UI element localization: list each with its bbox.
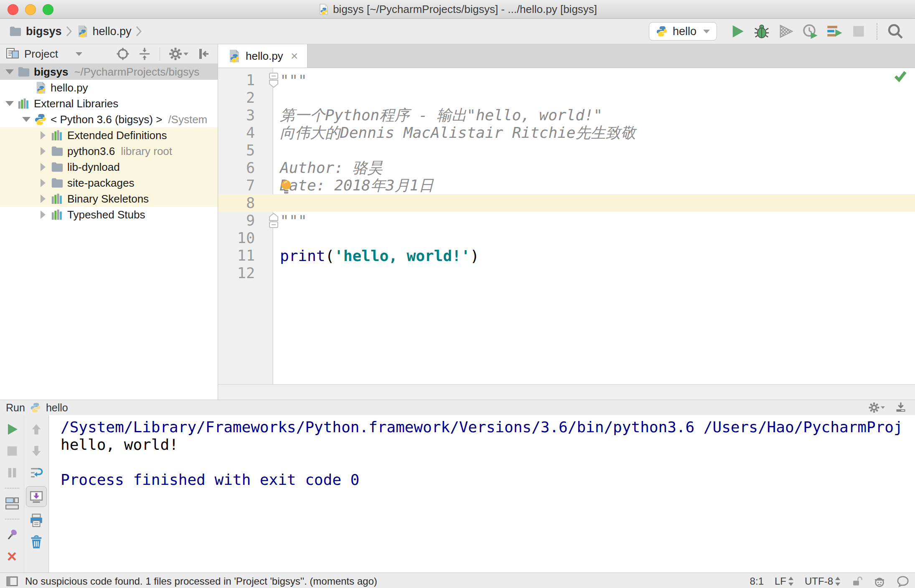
fold-marker-icon[interactable] [268,213,279,228]
line-number[interactable]: 12 [218,265,255,281]
editor-line-3[interactable]: 3第一个Python程序 - 输出"hello, world!" [218,106,915,124]
title-python-file-icon [318,4,329,15]
soft-wrap-button[interactable] [28,464,45,481]
encoding-select[interactable]: UTF-8 [805,575,841,587]
tree-expand-arrow-icon[interactable] [4,69,15,74]
caret-position[interactable]: 8:1 [750,575,764,587]
breadcrumb-file[interactable]: hello.py [76,25,132,38]
rerun-button[interactable] [4,421,20,438]
fold-marker-icon[interactable] [268,72,279,88]
run-button[interactable] [727,21,748,42]
tree-item-python-3-6-bigsys[interactable]: < Python 3.6 (bigsys) >/System [0,112,218,127]
updown-icon [835,576,841,586]
line-number[interactable]: 5 [218,142,255,159]
project-settings-button[interactable] [167,46,190,62]
stop-button[interactable] [848,21,869,42]
stop-process-button[interactable] [4,443,20,459]
highlighting-level-icon[interactable] [873,575,886,588]
editor-line-12[interactable]: 12 [218,264,915,282]
run-console[interactable]: /System/Library/Frameworks/Python.framew… [49,415,915,573]
editor-line-6[interactable]: 6Author: 骆昊 [218,159,915,177]
tree-item-site-packages[interactable]: site-packages [0,175,218,191]
event-log-icon[interactable] [897,575,909,588]
concurrency-diagram-button[interactable] [824,21,845,42]
tree-item-binary-skeletons[interactable]: Binary Skeletons [0,191,218,207]
search-everywhere-button[interactable] [885,21,906,42]
status-message[interactable]: No suspicious code found. 1 files proces… [25,575,377,587]
zoom-window-button[interactable] [43,4,53,15]
minimize-window-button[interactable] [25,4,36,15]
editor-tab-hello-py[interactable]: hello.py × [218,44,308,68]
code-text: """ [280,212,307,229]
tree-item-python3-6[interactable]: python3.6library root [0,143,218,159]
locate-file-button[interactable] [114,46,131,62]
toggle-toolwindows-button[interactable] [6,575,18,588]
tree-collapse-arrow-icon[interactable] [38,210,48,219]
line-number[interactable]: 11 [218,247,255,264]
editor-horizontal-scrollbar[interactable] [218,384,915,400]
line-number[interactable]: 8 [218,195,255,211]
down-stack-trace-button[interactable] [28,443,45,459]
close-tab-icon[interactable]: × [291,50,298,62]
close-window-button[interactable] [8,4,18,15]
project-tool-window-header: Project [0,44,218,64]
line-number[interactable]: 2 [218,89,255,106]
navigation-bar: bigsys hello.py hello [0,19,915,44]
line-number[interactable]: 10 [218,230,255,246]
editor-line-8[interactable]: 8 [218,194,915,212]
tree-item-hello-py[interactable]: hello.py [0,80,218,96]
tree-item-lib-dynload[interactable]: lib-dynload [0,159,218,175]
tree-collapse-arrow-icon[interactable] [38,179,48,187]
scroll-to-end-button[interactable] [26,486,47,507]
python-file-icon [76,25,89,38]
pin-tab-button[interactable] [4,526,20,543]
run-with-coverage-button[interactable] [775,21,796,42]
editor-line-10[interactable]: 10 [218,229,915,247]
tree-expand-arrow-icon[interactable] [4,101,15,106]
line-number[interactable]: 9 [218,212,255,229]
editor-line-4[interactable]: 4向伟大的Dennis MacAlistair Ritchie先生致敬 [218,124,915,142]
editor-line-11[interactable]: 11print('hello, world!') [218,247,915,264]
tree-item-label: bigsys [34,66,68,79]
pause-output-button[interactable] [4,464,20,481]
hide-project-panel-button[interactable] [195,46,212,62]
run-configuration-select[interactable]: hello [649,22,717,41]
editor-line-7[interactable]: 7Date: 2018年3月1日 [218,177,915,194]
run-settings-button[interactable] [866,401,887,414]
editor-line-9[interactable]: 9""" [218,212,915,229]
editor-line-2[interactable]: 2 [218,89,915,106]
profiler-button[interactable] [800,21,821,42]
up-stack-trace-button[interactable] [28,421,45,438]
print-button[interactable] [28,512,45,529]
line-number[interactable]: 4 [218,124,255,141]
tree-item-external-libraries[interactable]: External Libraries [0,96,218,112]
tree-item-bigsys[interactable]: bigsys~/PycharmProjects/bigsys [0,64,218,80]
tree-item-typeshed-stubs[interactable]: Typeshed Stubs [0,207,218,223]
line-separator-select[interactable]: LF [775,575,794,587]
line-number[interactable]: 7 [218,177,255,194]
line-number[interactable]: 3 [218,107,255,124]
line-number[interactable]: 1 [218,72,255,89]
intention-bulb-icon[interactable] [279,179,293,196]
close-run-panel-button[interactable]: × [4,548,20,565]
editor-line-1[interactable]: 1""" [218,71,915,89]
readonly-lock-icon[interactable] [851,576,862,587]
tree-collapse-arrow-icon[interactable] [38,147,48,155]
collapse-all-button[interactable] [136,46,153,62]
breadcrumb-project[interactable]: bigsys [9,25,62,38]
tree-collapse-arrow-icon[interactable] [38,131,48,139]
chevron-down-icon[interactable] [76,52,82,56]
line-number[interactable]: 6 [218,160,255,176]
debug-button[interactable] [751,21,772,42]
restore-layout-button[interactable] [4,495,20,512]
editor-line-5[interactable]: 5 [218,142,915,159]
run-panel-title[interactable]: Run [6,402,25,414]
tree-item-extended-definitions[interactable]: Extended Definitions [0,127,218,143]
tree-collapse-arrow-icon[interactable] [38,195,48,203]
tree-collapse-arrow-icon[interactable] [38,163,48,171]
clear-console-button[interactable] [28,534,45,550]
tree-expand-arrow-icon[interactable] [21,117,32,122]
editor-body[interactable]: 1"""23第一个Python程序 - 输出"hello, world!"4向伟… [218,68,915,384]
project-panel-title[interactable]: Project [24,48,58,61]
dock-run-panel-button[interactable] [892,401,909,414]
